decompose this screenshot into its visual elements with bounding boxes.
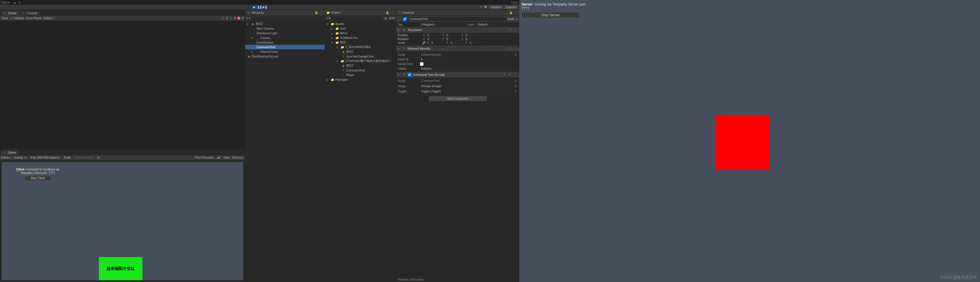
lock-icon[interactable]: 🔒 — [385, 11, 389, 15]
hierarchy-item[interactable]: ▫Main Camera — [245, 26, 325, 31]
aspect-dropdown[interactable]: iPad (800:400 Aspect) — [30, 156, 60, 159]
target-icon[interactable]: ⊙ — [514, 79, 517, 83]
menu-icon[interactable]: ⋮ — [514, 28, 517, 32]
folder-row[interactable]: ▾📁Assets — [325, 21, 396, 26]
folder-row[interactable]: ▸📁Packages — [325, 77, 396, 82]
asset-row[interactable]: ◉测试2 — [325, 63, 396, 68]
error-count: 0 — [242, 16, 244, 20]
hierarchy-item[interactable]: ▸▫Player(Clone) — [245, 50, 325, 54]
object-name-input[interactable]: CommandTest — [408, 17, 506, 21]
display-dropdown[interactable]: Display 1 — [14, 156, 27, 159]
lock-icon[interactable]: 🔒 — [314, 11, 318, 15]
console-clear[interactable]: Clear — [1, 16, 8, 20]
filter-icon[interactable]: ◉ — [384, 16, 388, 20]
console-view[interactable] — [0, 21, 245, 149]
change-color-button[interactable]: 服务端图片变红 — [99, 257, 142, 280]
asset-row[interactable]: #SyncVarChangeColor — [325, 54, 396, 59]
console-editor[interactable]: Editor — [43, 16, 53, 20]
add-component-button[interactable]: Add Component — [429, 96, 487, 101]
tab-console[interactable]: ▫Console — [20, 11, 40, 15]
folder-row[interactable]: ▾📁测试 — [325, 40, 396, 45]
target-icon[interactable]: ⊙ — [514, 53, 517, 57]
layer-dropdown[interactable]: Default — [476, 23, 518, 26]
folder-row[interactable]: ▸📁Mirror — [325, 31, 396, 35]
folder-icon: 📁 — [331, 77, 334, 82]
asset-row[interactable]: ◉测试1 — [325, 50, 396, 54]
enabled-checkbox[interactable] — [403, 17, 407, 21]
scale-slider[interactable] — [74, 157, 94, 158]
warning-icon[interactable]: ⚠ — [229, 16, 233, 20]
toggle-ref[interactable]: Toggle (Toggle) — [420, 90, 512, 93]
console-clear-menu[interactable] — [10, 16, 12, 20]
create-dropdown[interactable]: + ▾ — [326, 16, 330, 20]
hierarchy-item[interactable]: ▸▫Canvas — [245, 35, 325, 40]
signin-link[interactable]: Sign in — [1, 1, 10, 4]
hierarchy-item-selected[interactable]: ▫CommandTest — [245, 45, 325, 50]
hierarchy-item[interactable]: ▫Directional Light — [245, 31, 325, 35]
hierarchy-item[interactable]: ▫EventSystem — [245, 40, 325, 45]
help-icon[interactable]: ? — [508, 28, 512, 32]
preset-icon[interactable]: ≡ — [508, 73, 512, 77]
gizmos-dropdown[interactable]: Gizmos — [232, 156, 244, 159]
info-icon[interactable]: ⓘ — [221, 16, 225, 20]
menu-icon[interactable]: ⋮ — [320, 11, 323, 15]
folder-row[interactable]: ▾📁1_SyncVar同步测试 — [325, 45, 396, 50]
stop-server-button[interactable]: Stop Server — [522, 12, 580, 18]
visible-dropdown[interactable]: Default — [420, 67, 517, 70]
pos-x[interactable] — [427, 34, 440, 37]
cloud-sync-icon[interactable]: ⟳ — [479, 5, 483, 9]
create-dropdown[interactable]: + ▾ — [246, 16, 250, 20]
hierarchy-search[interactable] — [251, 16, 323, 20]
console-errpause[interactable]: Error Pause — [26, 16, 42, 20]
folder-row[interactable]: ▸📁Font — [325, 26, 396, 31]
serveronly-checkbox[interactable] — [420, 62, 423, 66]
target-icon[interactable]: ⊙ — [514, 89, 517, 93]
rot-z[interactable] — [465, 37, 478, 41]
stop-client-button[interactable]: Stop Client — [25, 176, 51, 181]
rot-x[interactable] — [427, 37, 440, 41]
folder-row[interactable]: ▾📁2.Command客户端命令服务端执行 — [325, 59, 396, 63]
tag-dropdown[interactable]: Untagged — [420, 23, 461, 26]
error-icon[interactable]: ⛔ — [237, 16, 241, 20]
play-button[interactable]: ▶ — [252, 5, 257, 9]
hierarchy-item[interactable]: ◉DontDestroyOnLoad — [245, 54, 325, 59]
menu-icon[interactable]: ⋮ — [390, 11, 395, 15]
asset-row[interactable]: #CommandTest — [325, 68, 396, 73]
tab-scene[interactable]: ▫Scene — [1, 11, 19, 15]
search-icon[interactable]: 🔍 — [484, 5, 488, 9]
target-icon[interactable]: ⊙ — [514, 84, 517, 88]
stats-toggle[interactable]: Stats — [223, 156, 230, 159]
step-button[interactable]: ▶❚ — [262, 5, 267, 9]
project-search[interactable] — [331, 16, 383, 20]
layout-dropdown[interactable]: Layout — [504, 5, 518, 9]
layers-dropdown[interactable]: Layers — [489, 5, 503, 9]
image-ref[interactable]: XImage (Image) — [420, 85, 512, 88]
menu-icon[interactable]: ⋮ — [514, 73, 517, 77]
asset-row[interactable]: ▫Player — [325, 73, 396, 77]
component-enabled[interactable] — [407, 73, 411, 77]
static-dropdown[interactable] — [516, 18, 517, 21]
scene-row[interactable]: ▾◉测试2 — [245, 21, 325, 26]
help-icon[interactable]: ? — [508, 46, 512, 51]
menu-icon[interactable]: ⋮ — [514, 46, 517, 51]
topbar-clear[interactable]: Clear — [511, 1, 518, 4]
lock-icon[interactable]: 🔒 — [509, 11, 513, 15]
playfocused-dropdown[interactable]: Play Focused — [195, 156, 215, 159]
game-view[interactable]: Client: connected to localhost via Telep… — [2, 162, 243, 280]
console-collapse[interactable]: Collapse — [13, 16, 25, 20]
pos-y[interactable] — [446, 34, 459, 37]
scl-x[interactable] — [431, 41, 444, 45]
folder-row[interactable]: ▸📁TextMesh Pro — [325, 35, 396, 40]
scl-y[interactable] — [450, 41, 463, 45]
pause-button[interactable]: ❚❚ — [257, 5, 262, 9]
menu-icon[interactable]: ⋮ — [514, 11, 518, 15]
mute-icon[interactable]: 🔊 — [217, 155, 221, 160]
help-icon[interactable]: ? — [503, 73, 506, 77]
rot-y[interactable] — [446, 37, 459, 41]
scl-z[interactable] — [469, 41, 482, 45]
cloud-icon[interactable]: ☁ — [13, 0, 16, 4]
tab-game[interactable]: ▫Game — [1, 151, 19, 155]
pos-z[interactable] — [465, 34, 478, 37]
game-mode[interactable]: Game — [1, 156, 11, 159]
network-info-footer[interactable]: Network Information — [396, 277, 519, 282]
